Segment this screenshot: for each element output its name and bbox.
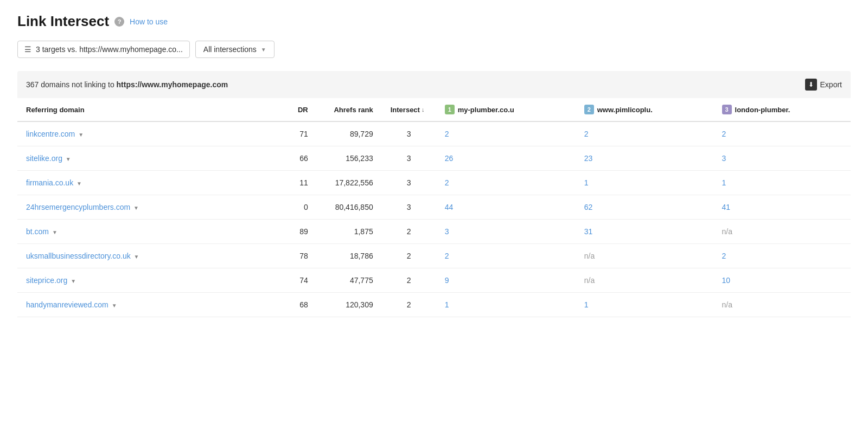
cell-t1-3: 44 bbox=[436, 195, 576, 220]
cell-t3-0: 2 bbox=[713, 121, 851, 146]
cell-t2-7: 1 bbox=[576, 293, 713, 317]
domain-link-3[interactable]: 24hrsemergencyplumbers.com bbox=[26, 203, 130, 211]
cell-t1-4: 3 bbox=[436, 220, 576, 244]
cell-dr-6: 74 bbox=[279, 268, 317, 293]
export-icon: ⬇ bbox=[805, 79, 817, 91]
page-container: Link Intersect ? How to use ☰ 3 targets … bbox=[0, 0, 868, 330]
domain-link-5[interactable]: uksmallbusinessdirectory.co.uk bbox=[26, 252, 131, 260]
cell-intersect-3: 3 bbox=[382, 195, 436, 220]
th-ahrefs-rank: Ahrefs rank bbox=[317, 98, 382, 121]
th-target3: 3 london-plumber. bbox=[713, 98, 851, 121]
summary-text: 367 domains not linking to https://www.m… bbox=[26, 80, 228, 89]
cell-ahrefs-1: 156,233 bbox=[317, 146, 382, 171]
domain-link-7[interactable]: handymanreviewed.com bbox=[26, 300, 108, 309]
th-target1: 1 my-plumber.co.u bbox=[436, 98, 576, 121]
cell-domain-2: firmania.co.uk ▼ bbox=[17, 171, 279, 195]
export-label: Export bbox=[820, 80, 842, 89]
cell-t3-5: 2 bbox=[713, 244, 851, 268]
cell-t2-4: 31 bbox=[576, 220, 713, 244]
cell-domain-5: uksmallbusinessdirectory.co.uk ▼ bbox=[17, 244, 279, 268]
row-dropdown-icon-6[interactable]: ▼ bbox=[71, 278, 76, 284]
cell-ahrefs-3: 80,416,850 bbox=[317, 195, 382, 220]
table-row: 24hrsemergencyplumbers.com ▼ 0 80,416,85… bbox=[17, 195, 851, 220]
cell-domain-0: linkcentre.com ▼ bbox=[17, 121, 279, 146]
cell-dr-5: 78 bbox=[279, 244, 317, 268]
th-referring-domain: Referring domain bbox=[17, 98, 279, 121]
cell-t3-7: n/a bbox=[713, 293, 851, 317]
table-row: linkcentre.com ▼ 71 89,729 3 2 2 2 bbox=[17, 121, 851, 146]
row-dropdown-icon-7[interactable]: ▼ bbox=[112, 303, 117, 309]
domain-link-0[interactable]: linkcentre.com bbox=[26, 130, 75, 138]
cell-t2-0: 2 bbox=[576, 121, 713, 146]
cell-t3-3: 41 bbox=[713, 195, 851, 220]
table-row: handymanreviewed.com ▼ 68 120,309 2 1 1 … bbox=[17, 293, 851, 317]
row-dropdown-icon-5[interactable]: ▼ bbox=[134, 254, 139, 260]
domain-link-4[interactable]: bt.com bbox=[26, 227, 49, 236]
cell-intersect-5: 2 bbox=[382, 244, 436, 268]
th-intersect[interactable]: Intersect ↓ bbox=[382, 98, 436, 121]
cell-t2-5: n/a bbox=[576, 244, 713, 268]
cell-dr-1: 66 bbox=[279, 146, 317, 171]
cell-t1-5: 2 bbox=[436, 244, 576, 268]
cell-t2-1: 23 bbox=[576, 146, 713, 171]
cell-dr-0: 71 bbox=[279, 121, 317, 146]
target1-badge: 1 bbox=[445, 105, 455, 114]
table-row: firmania.co.uk ▼ 11 17,822,556 3 2 1 1 bbox=[17, 171, 851, 195]
export-button[interactable]: ⬇ Export bbox=[805, 79, 842, 91]
cell-t3-6: 10 bbox=[713, 268, 851, 293]
cell-intersect-1: 3 bbox=[382, 146, 436, 171]
target3-badge: 3 bbox=[722, 105, 732, 114]
domain-link-2[interactable]: firmania.co.uk bbox=[26, 178, 73, 187]
cell-t1-1: 26 bbox=[436, 146, 576, 171]
cell-domain-6: siteprice.org ▼ bbox=[17, 268, 279, 293]
cell-dr-4: 89 bbox=[279, 220, 317, 244]
cell-t1-2: 2 bbox=[436, 171, 576, 195]
cell-dr-2: 11 bbox=[279, 171, 317, 195]
domain-count: 367 bbox=[26, 80, 39, 89]
cell-intersect-0: 3 bbox=[382, 121, 436, 146]
how-to-use-link[interactable]: How to use bbox=[130, 17, 168, 26]
filter-icon: ☰ bbox=[24, 45, 31, 54]
cell-t3-1: 3 bbox=[713, 146, 851, 171]
intersections-label: All intersections bbox=[203, 45, 257, 54]
cell-t2-2: 1 bbox=[576, 171, 713, 195]
cell-ahrefs-7: 120,309 bbox=[317, 293, 382, 317]
row-dropdown-icon-2[interactable]: ▼ bbox=[76, 181, 82, 187]
dropdown-arrow-icon: ▼ bbox=[261, 47, 266, 53]
cell-dr-7: 68 bbox=[279, 293, 317, 317]
cell-t2-6: n/a bbox=[576, 268, 713, 293]
help-icon[interactable]: ? bbox=[114, 17, 124, 27]
cell-ahrefs-4: 1,875 bbox=[317, 220, 382, 244]
page-title: Link Intersect bbox=[17, 13, 109, 30]
th-target2: 2 www.pimlicoplu. bbox=[576, 98, 713, 121]
cell-domain-3: 24hrsemergencyplumbers.com ▼ bbox=[17, 195, 279, 220]
row-dropdown-icon-4[interactable]: ▼ bbox=[52, 229, 58, 235]
target-domain: https://www.myhomepage.com bbox=[117, 80, 228, 89]
row-dropdown-icon-0[interactable]: ▼ bbox=[78, 132, 84, 138]
cell-intersect-4: 2 bbox=[382, 220, 436, 244]
cell-ahrefs-6: 47,775 bbox=[317, 268, 382, 293]
domain-link-6[interactable]: siteprice.org bbox=[26, 276, 67, 285]
cell-intersect-2: 3 bbox=[382, 171, 436, 195]
cell-t3-2: 1 bbox=[713, 171, 851, 195]
table-row: bt.com ▼ 89 1,875 2 3 31 n/a bbox=[17, 220, 851, 244]
target2-badge: 2 bbox=[584, 105, 594, 114]
cell-domain-7: handymanreviewed.com ▼ bbox=[17, 293, 279, 317]
row-dropdown-icon-3[interactable]: ▼ bbox=[133, 205, 139, 211]
summary-bar: 367 domains not linking to https://www.m… bbox=[17, 71, 851, 98]
cell-ahrefs-0: 89,729 bbox=[317, 121, 382, 146]
cell-t1-7: 1 bbox=[436, 293, 576, 317]
cell-intersect-7: 2 bbox=[382, 293, 436, 317]
row-dropdown-icon-1[interactable]: ▼ bbox=[66, 156, 71, 162]
intersections-button[interactable]: All intersections ▼ bbox=[195, 41, 275, 58]
cell-ahrefs-2: 17,822,556 bbox=[317, 171, 382, 195]
cell-domain-4: bt.com ▼ bbox=[17, 220, 279, 244]
table-header-row: Referring domain DR Ahrefs rank Intersec… bbox=[17, 98, 851, 121]
targets-button[interactable]: ☰ 3 targets vs. https://www.myhomepage.c… bbox=[17, 41, 190, 58]
controls-bar: ☰ 3 targets vs. https://www.myhomepage.c… bbox=[17, 41, 851, 58]
domain-link-1[interactable]: sitelike.org bbox=[26, 154, 62, 163]
cell-ahrefs-5: 18,786 bbox=[317, 244, 382, 268]
cell-t1-0: 2 bbox=[436, 121, 576, 146]
cell-t2-3: 62 bbox=[576, 195, 713, 220]
cell-t1-6: 9 bbox=[436, 268, 576, 293]
